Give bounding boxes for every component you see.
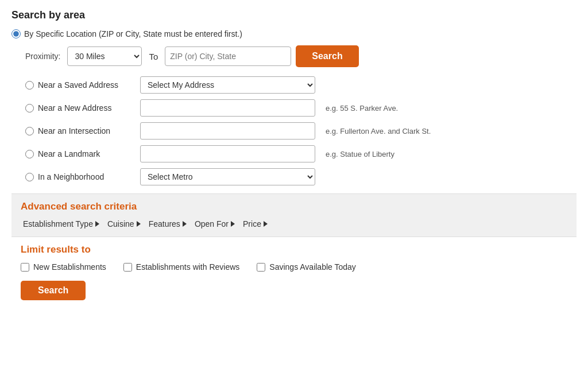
near-new-label: Near a New Address [25,103,134,113]
features-btn[interactable]: Features [146,218,189,230]
near-landmark-example: e.g. Statue of Liberty [326,150,394,158]
price-label: Price [243,219,261,228]
establishment-type-arrow [95,221,99,227]
near-saved-label: Near a Saved Address [25,80,134,90]
savings-label: Savings Available Today [269,262,355,272]
cuisine-label: Cuisine [107,219,134,228]
search-button-bottom[interactable]: Search [21,281,86,300]
page-title: Search by area [11,9,577,21]
zip-input[interactable] [165,46,291,66]
specific-location-row: By Specific Location (ZIP or City, State… [11,29,577,38]
features-label: Features [149,219,180,228]
open-for-arrow [231,221,235,227]
proximity-label: Proximity: [25,52,60,61]
near-new-address-row: Near a New Address e.g. 55 S. Parker Ave… [25,99,577,117]
address-options: Near a Saved Address Select My Address N… [25,76,577,185]
establishment-type-btn[interactable]: Establishment Type [21,218,102,230]
with-reviews-item: Establishments with Reviews [123,262,240,272]
cuisine-btn[interactable]: Cuisine [105,218,143,230]
near-intersection-input[interactable] [140,122,315,140]
establishment-type-label: Establishment Type [23,219,93,228]
criteria-row: Establishment Type Cuisine Features Open… [21,218,567,230]
savings-item: Savings Available Today [257,262,355,272]
near-new-example: e.g. 55 S. Parker Ave. [326,104,398,113]
to-label: To [149,52,158,61]
open-for-btn[interactable]: Open For [192,218,237,230]
new-establishments-checkbox[interactable] [21,263,29,272]
near-landmark-radio[interactable] [25,150,34,158]
advanced-search-section: Advanced search criteria Establishment T… [11,193,577,237]
price-btn[interactable]: Price [241,218,270,230]
open-for-label: Open For [195,219,229,228]
new-establishments-label: New Establishments [33,262,106,272]
in-neighborhood-row: In a Neighborhood Select Metro [25,168,577,185]
limit-results-section: Limit results to New Establishments Esta… [11,237,577,307]
near-landmark-row: Near a Landmark e.g. Statue of Liberty [25,145,577,162]
checkboxes-row: New Establishments Establishments with R… [21,262,567,272]
near-new-input[interactable] [140,99,315,117]
new-establishments-item: New Establishments [21,262,106,272]
features-arrow [183,221,187,227]
near-intersection-radio[interactable] [25,127,34,135]
near-intersection-label: Near an Intersection [25,126,134,135]
near-landmark-label: Near a Landmark [25,149,134,158]
specific-location-radio[interactable] [11,29,21,38]
advanced-title: Advanced search criteria [21,201,567,212]
proximity-select[interactable]: 10 Miles 20 Miles 30 Miles 50 Miles 100 … [67,46,142,66]
near-landmark-input[interactable] [140,145,315,162]
price-arrow [264,221,268,227]
savings-checkbox[interactable] [257,263,265,272]
near-new-radio[interactable] [25,104,34,113]
in-neighborhood-select[interactable]: Select Metro [140,168,315,185]
near-intersection-example: e.g. Fullerton Ave. and Clark St. [326,127,431,135]
specific-location-label: By Specific Location (ZIP or City, State… [24,29,242,38]
with-reviews-label: Establishments with Reviews [136,262,240,272]
near-saved-radio[interactable] [25,81,34,90]
search-button-top[interactable]: Search [296,45,358,67]
near-intersection-row: Near an Intersection e.g. Fullerton Ave.… [25,122,577,140]
in-neighborhood-radio[interactable] [25,173,34,181]
near-saved-address-row: Near a Saved Address Select My Address [25,76,577,94]
limit-results-title: Limit results to [21,244,567,255]
with-reviews-checkbox[interactable] [123,263,132,272]
proximity-row: Proximity: 10 Miles 20 Miles 30 Miles 50… [25,45,577,67]
near-saved-select[interactable]: Select My Address [140,76,315,94]
in-neighborhood-label: In a Neighborhood [25,172,134,181]
cuisine-arrow [137,221,141,227]
